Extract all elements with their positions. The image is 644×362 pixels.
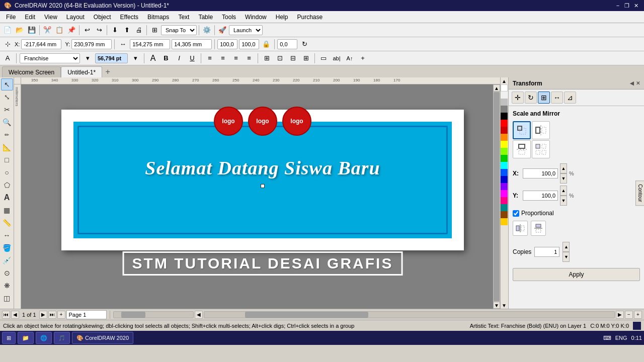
menu-item-object[interactable]: Object xyxy=(90,13,115,22)
select-tool[interactable]: ↖ xyxy=(1,78,13,90)
color-yellow[interactable] xyxy=(501,141,508,148)
transparency-tool[interactable]: ◫ xyxy=(1,292,13,304)
options-button[interactable]: ⚙️ xyxy=(201,25,212,36)
y-spin-down[interactable]: ▼ xyxy=(560,196,567,206)
bold-button[interactable]: B xyxy=(160,53,172,64)
panel-expand-icon[interactable]: ◀ xyxy=(630,80,634,86)
menu-item-table[interactable]: Table xyxy=(194,13,217,22)
align-center-button[interactable]: ≡ xyxy=(217,53,228,64)
page-last-button[interactable]: ⏭ xyxy=(48,311,56,319)
fill-color-swatch[interactable] xyxy=(633,322,641,330)
menu-item-tools[interactable]: Tools xyxy=(218,13,240,22)
bulleted-list-icon[interactable]: ⊞ xyxy=(261,53,272,64)
color-ltgray[interactable] xyxy=(501,92,508,99)
color-lime[interactable] xyxy=(501,148,508,155)
browser-button[interactable]: 🌐 xyxy=(36,332,52,344)
blend-tool[interactable]: ❋ xyxy=(1,280,13,292)
color-red[interactable] xyxy=(501,120,508,127)
x-spin-down[interactable]: ▼ xyxy=(560,173,567,184)
panel-tab-skew[interactable]: ⊿ xyxy=(564,92,576,104)
scroll-down-button[interactable]: ▼ xyxy=(493,302,500,309)
mirror-horizontal-button[interactable] xyxy=(513,221,528,236)
text-frame-icon[interactable]: ▭ xyxy=(318,53,329,64)
numbered-list-icon[interactable]: ⊡ xyxy=(274,53,285,64)
font-size-dropdown-arrow[interactable]: ▾ xyxy=(130,53,141,64)
vertical-scrollbar[interactable]: ▲ ▼ xyxy=(493,84,500,309)
cut-button[interactable]: ✂️ xyxy=(42,25,53,36)
width-input[interactable]: 154,275 mm xyxy=(130,39,170,49)
scroll-left-button[interactable]: ◀ xyxy=(195,311,203,319)
scroll-thumb[interactable] xyxy=(494,92,500,301)
zoom-out-button[interactable]: − xyxy=(625,311,633,319)
mirror-vertical-button[interactable] xyxy=(531,221,546,236)
handle-br[interactable] xyxy=(261,184,265,188)
panel-tab-position[interactable]: ✛ xyxy=(512,92,524,104)
copies-spin-down[interactable]: ▼ xyxy=(562,252,570,262)
color-darkred[interactable] xyxy=(501,127,508,134)
text-properties-icon[interactable]: A xyxy=(147,53,158,64)
lock-proportions-icon[interactable]: 🔒 xyxy=(261,39,272,50)
scroll-up-button[interactable]: ▲ xyxy=(493,84,500,92)
scale-icon-mirror-h[interactable] xyxy=(532,121,550,139)
apply-button[interactable]: Apply xyxy=(513,268,640,281)
menu-item-view[interactable]: View xyxy=(40,13,61,22)
outdent-icon[interactable]: ⊞ xyxy=(300,53,311,64)
ellipse-tool[interactable]: ○ xyxy=(1,166,13,178)
scrollbar-thumb[interactable] xyxy=(121,312,145,318)
underline-button[interactable]: U xyxy=(187,53,198,64)
horizontal-scrollbar-main[interactable] xyxy=(204,311,615,318)
media-button[interactable]: 🎵 xyxy=(54,332,70,344)
character-style-icon[interactable]: ab| xyxy=(331,53,342,64)
color-green[interactable] xyxy=(501,155,508,162)
color-dkgray[interactable] xyxy=(501,106,508,113)
font-family-dropdown[interactable]: Franchise xyxy=(20,53,80,63)
color-white[interactable] xyxy=(501,84,508,92)
insert-char-icon[interactable]: A↑ xyxy=(344,53,355,64)
logo-circle-3[interactable]: logo xyxy=(282,107,311,136)
color-darkblue[interactable] xyxy=(501,176,508,183)
banner-subtext[interactable]: STM TUTORIAL DESAI GRAFIS xyxy=(123,251,403,276)
menu-item-text[interactable]: Text xyxy=(174,13,193,22)
horizontal-scrollbar[interactable] xyxy=(113,311,194,318)
add-tab-button[interactable]: + xyxy=(102,66,113,77)
polygon-tool[interactable]: ⬠ xyxy=(1,179,13,191)
titlebar-controls[interactable]: − ❐ ✕ xyxy=(614,2,640,10)
smart-draw-tool[interactable]: 📐 xyxy=(1,141,13,153)
banner-heading-text[interactable]: Selamat Datang Siswa Baru xyxy=(73,157,452,179)
scale-x-input[interactable] xyxy=(217,39,237,49)
main-scrollbar-thumb[interactable] xyxy=(245,312,368,318)
print-button[interactable]: 🖨 xyxy=(133,25,144,36)
menu-item-layout[interactable]: Layout xyxy=(62,13,89,22)
launch-dropdown[interactable]: Launch xyxy=(229,25,263,35)
close-button[interactable]: ✕ xyxy=(632,2,640,10)
banner-background[interactable]: logo logo logo Selamat Datang Siswa Baru xyxy=(71,120,454,240)
color-pink[interactable] xyxy=(501,197,508,204)
export-button[interactable]: ⬆ xyxy=(121,25,132,36)
panel-tab-size[interactable]: ↔ xyxy=(551,92,563,104)
scale-icon-normal[interactable] xyxy=(513,121,531,139)
menu-item-effects[interactable]: Effects xyxy=(116,13,142,22)
rotation-input[interactable] xyxy=(277,39,297,49)
shape-tool[interactable]: ⤡ xyxy=(1,91,13,103)
fill-tool[interactable]: 🪣 xyxy=(1,242,13,254)
color-cyan[interactable] xyxy=(501,162,508,169)
italic-button[interactable]: I xyxy=(174,53,185,64)
color-gray[interactable] xyxy=(501,99,508,106)
color-purple[interactable] xyxy=(501,183,508,190)
document-page[interactable]: logo logo logo Selamat Datang Siswa Baru xyxy=(61,110,464,250)
indent-icon[interactable]: ⊟ xyxy=(287,53,298,64)
logo-circle-2[interactable]: logo xyxy=(248,107,277,136)
paste-button[interactable]: 📌 xyxy=(66,25,77,36)
canvas-area[interactable]: 350 340 330 320 310 300 290 280 270 260 … xyxy=(14,77,500,309)
tab-document[interactable]: Untitled-1* xyxy=(61,66,102,77)
dimension-tool[interactable]: 📏 xyxy=(1,217,13,229)
align-left-button[interactable]: ≡ xyxy=(204,53,215,64)
scale-icon-mirror-v[interactable] xyxy=(513,140,531,158)
align-right-button[interactable]: ≡ xyxy=(230,53,242,64)
start-button[interactable]: ⊞ xyxy=(2,332,16,344)
file-explorer-button[interactable]: 📁 xyxy=(18,332,34,344)
undo-button[interactable]: ↩ xyxy=(82,25,93,36)
color-magenta[interactable] xyxy=(501,190,508,197)
panel-close-icon[interactable]: ✕ xyxy=(636,80,640,86)
freehand-tool[interactable]: ✏ xyxy=(1,129,13,141)
